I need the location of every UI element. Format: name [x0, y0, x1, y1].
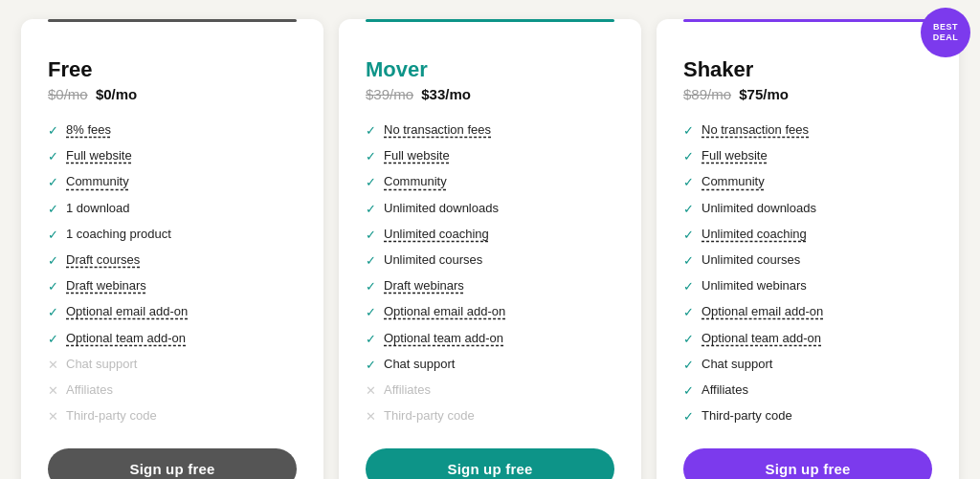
feature-text: Third-party code: [702, 407, 792, 425]
list-item: ✓Optional team add-on: [48, 326, 297, 352]
feature-text: Affiliates: [66, 381, 113, 399]
current-price: $0/mo: [96, 86, 137, 102]
list-item: ✓Unlimited coaching: [366, 222, 614, 248]
feature-text: Optional email add-on: [66, 303, 188, 320]
pricing-container: Free$0/mo $0/mo✓8% fees✓Full website✓Com…: [21, 19, 959, 479]
feature-text: Draft webinars: [384, 277, 464, 294]
plan-border-free: [48, 19, 297, 22]
features-list-mover: ✓No transaction fees✓Full website✓Commun…: [366, 118, 614, 429]
feature-text: 8% fees: [66, 121, 111, 139]
signup-button-free[interactable]: Sign up free: [48, 448, 297, 479]
list-item: ✓Community: [683, 169, 932, 195]
plan-border-shaker: [683, 19, 932, 22]
feature-text: Draft courses: [66, 251, 140, 269]
list-item: ✓Optional email add-on: [683, 299, 932, 325]
feature-text: Draft webinars: [66, 277, 146, 294]
check-icon: ✓: [48, 174, 58, 191]
feature-text: Chat support: [702, 356, 772, 373]
feature-text: 1 coaching product: [66, 226, 171, 243]
check-icon: ✓: [366, 331, 376, 348]
feature-text: Chat support: [384, 356, 455, 373]
feature-text: Optional email add-on: [384, 303, 505, 320]
features-list-shaker: ✓No transaction fees✓Full website✓Commun…: [683, 118, 932, 429]
check-icon: ✓: [366, 357, 376, 374]
check-icon: ✓: [48, 227, 58, 244]
check-icon: ✓: [366, 304, 376, 321]
check-icon: ✓: [366, 174, 376, 191]
check-icon: ✓: [683, 357, 694, 374]
feature-text: Full website: [66, 147, 132, 164]
check-icon: ✓: [48, 304, 58, 321]
current-price: $33/mo: [421, 86, 471, 102]
list-item: ✓Full website: [366, 143, 614, 169]
list-item: ✓1 coaching product: [48, 222, 297, 248]
list-item: ✕Affiliates: [366, 378, 614, 403]
feature-text: Third-party code: [384, 407, 475, 425]
list-item: ✓Unlimited webinars: [683, 273, 932, 299]
check-icon: ✓: [683, 227, 694, 244]
feature-text: Full website: [702, 147, 768, 164]
best-deal-badge: BESTDEAL: [921, 8, 970, 57]
plan-name-free: Free: [48, 57, 297, 82]
check-icon: ✓: [683, 148, 694, 165]
list-item: ✓Draft courses: [48, 248, 297, 273]
plan-name-mover: Mover: [366, 57, 614, 82]
list-item: ✓Unlimited coaching: [683, 222, 932, 248]
feature-text: Unlimited coaching: [384, 226, 489, 243]
check-icon: ✓: [48, 331, 58, 348]
check-icon: ✓: [683, 408, 694, 425]
signup-button-shaker[interactable]: Sign up free: [683, 448, 932, 479]
feature-text: Full website: [384, 147, 450, 164]
list-item: ✓Draft webinars: [366, 273, 614, 299]
original-price: $39/mo: [366, 86, 413, 102]
feature-text: Community: [66, 173, 129, 190]
list-item: ✓Third-party code: [683, 403, 932, 429]
list-item: ✕Chat support: [48, 352, 297, 378]
check-icon: ✓: [48, 148, 58, 165]
check-icon: ✓: [48, 122, 58, 140]
list-item: ✓No transaction fees: [366, 118, 614, 143]
feature-text: Community: [384, 173, 447, 190]
x-icon: ✕: [366, 382, 376, 400]
plan-border-mover: [366, 19, 614, 22]
plan-name-shaker: Shaker: [683, 57, 932, 82]
feature-text: No transaction fees: [384, 121, 491, 139]
list-item: ✓Chat support: [366, 352, 614, 378]
feature-text: No transaction fees: [702, 121, 809, 139]
list-item: ✓Optional team add-on: [366, 326, 614, 352]
check-icon: ✓: [683, 122, 694, 140]
features-list-free: ✓8% fees✓Full website✓Community✓1 downlo…: [48, 118, 297, 429]
feature-text: Affiliates: [384, 381, 431, 399]
check-icon: ✓: [48, 252, 58, 270]
list-item: ✓Community: [48, 169, 297, 195]
list-item: ✓Unlimited courses: [683, 248, 932, 273]
list-item: ✓Optional email add-on: [366, 299, 614, 325]
list-item: ✓Affiliates: [683, 378, 932, 403]
check-icon: ✓: [366, 252, 376, 270]
check-icon: ✓: [683, 331, 694, 348]
list-item: ✓Unlimited courses: [366, 248, 614, 273]
feature-text: Unlimited coaching: [702, 226, 807, 243]
original-price: $89/mo: [683, 86, 731, 102]
feature-text: 1 download: [66, 200, 130, 217]
list-item: ✓Optional email add-on: [48, 299, 297, 325]
plan-card-mover: Mover$39/mo $33/mo✓No transaction fees✓F…: [339, 19, 641, 479]
feature-text: Unlimited downloads: [384, 200, 499, 217]
check-icon: ✓: [683, 252, 694, 270]
plan-price-mover: $39/mo $33/mo: [366, 86, 614, 102]
plan-price-free: $0/mo $0/mo: [48, 86, 297, 102]
check-icon: ✓: [683, 174, 694, 191]
check-icon: ✓: [683, 382, 694, 400]
plan-price-shaker: $89/mo $75/mo: [683, 86, 932, 102]
check-icon: ✓: [366, 122, 376, 140]
list-item: ✓Community: [366, 169, 614, 195]
feature-text: Unlimited downloads: [702, 200, 816, 217]
feature-text: Optional team add-on: [702, 330, 821, 347]
signup-button-mover[interactable]: Sign up free: [366, 448, 614, 479]
x-icon: ✕: [48, 357, 58, 374]
list-item: ✕Third-party code: [366, 403, 614, 429]
feature-text: Unlimited courses: [702, 251, 800, 269]
check-icon: ✓: [366, 278, 376, 295]
check-icon: ✓: [48, 201, 58, 218]
feature-text: Third-party code: [66, 407, 157, 425]
